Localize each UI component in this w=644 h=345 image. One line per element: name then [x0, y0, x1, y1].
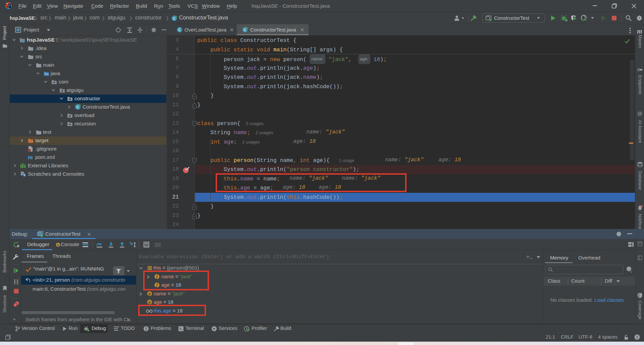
svg-text:C: C	[178, 28, 181, 32]
svg-text:p: p	[148, 300, 151, 304]
svg-text:p: p	[148, 291, 151, 296]
